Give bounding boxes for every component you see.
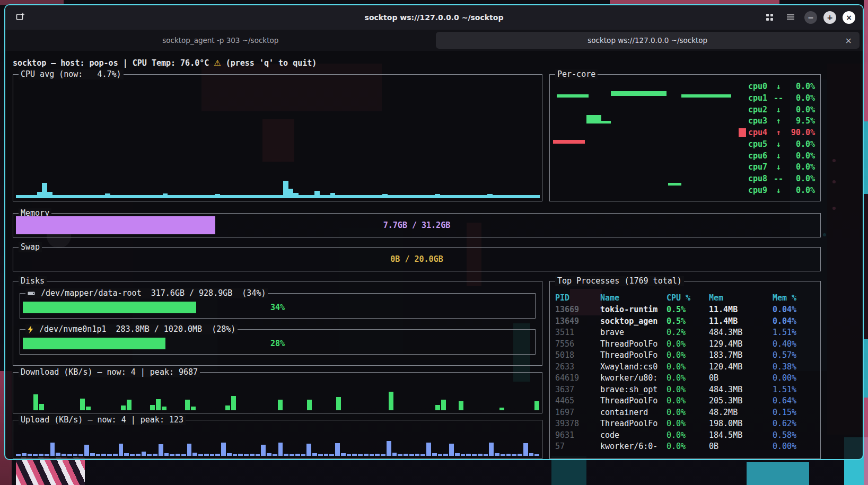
tab-socktop-active[interactable]: socktop ws://127.0.0.0 ~/socktop × — [436, 32, 860, 49]
spark-bar — [382, 194, 388, 198]
spark-bar — [512, 454, 516, 456]
core-value: 0.0% — [784, 82, 815, 91]
process-column-header[interactable]: PID — [555, 293, 600, 305]
spark-bar — [225, 405, 230, 410]
minimize-button[interactable]: − — [804, 11, 817, 24]
spark-bar — [392, 453, 397, 456]
core-usage-swatch — [739, 94, 746, 102]
new-tab-button[interactable] — [13, 11, 28, 24]
core-activity-segment — [553, 140, 585, 144]
core-activity-segment — [557, 94, 589, 98]
spark-bar — [62, 454, 66, 456]
tab-overview-button[interactable] — [762, 11, 777, 24]
process-column-header[interactable]: Name — [600, 293, 667, 305]
app-header-text: socktop — host: pop-os | CPU Temp: 76.0°… — [13, 58, 209, 68]
process-row: 3511brave0.2%484.3MB1.51% — [555, 328, 815, 339]
spark-bar — [136, 195, 142, 198]
disk-title-text: /dev/nvme0n1p1 283.8MB / 1020.0MB (28%) — [34, 324, 235, 334]
tab-bar: socktop_agent -p 303 ~/socktop socktop w… — [5, 30, 863, 51]
process-cell-mem: 184.5MB — [709, 430, 773, 442]
process-column-header[interactable]: CPU % — [667, 293, 709, 305]
disk-usage-label: 28% — [23, 339, 532, 348]
spark-bar — [372, 195, 378, 198]
spark-bar — [267, 195, 273, 198]
core-row-cpu7: cpu7↓0.0% — [739, 162, 815, 172]
menu-button[interactable] — [783, 11, 798, 24]
process-column-header[interactable]: Mem — [709, 293, 773, 305]
process-row: 13669tokio-runtim0.5%11.4MB0.04% — [555, 305, 815, 316]
spark-bar — [347, 454, 352, 456]
spark-bar — [50, 443, 55, 456]
maximize-button[interactable]: + — [823, 11, 836, 24]
spark-bar — [130, 454, 135, 456]
spark-bar — [32, 195, 37, 198]
spark-bar — [261, 445, 266, 456]
process-cell-mem: 183.7MB — [709, 350, 773, 362]
spark-bar — [508, 195, 513, 198]
spark-bar — [80, 399, 85, 411]
spark-bar — [472, 454, 477, 456]
core-row-cpu6: cpu6↓0.0% — [739, 151, 815, 161]
spark-bar — [278, 195, 283, 198]
spark-bar — [56, 453, 60, 456]
spark-bar — [387, 441, 391, 456]
spark-bar — [210, 454, 215, 456]
close-button[interactable]: × — [843, 11, 855, 24]
spark-bar — [278, 443, 283, 456]
spark-bar — [47, 192, 52, 198]
process-cell-pid: 2633 — [555, 362, 600, 374]
process-cell-memp: 0.38% — [773, 362, 815, 374]
process-cell-name: ThreadPoolFo — [600, 350, 667, 362]
spark-bar — [42, 183, 47, 198]
spark-bar — [273, 454, 277, 456]
process-cell-mem: 0B — [709, 442, 773, 453]
spark-bar — [461, 454, 466, 456]
spark-bar — [320, 195, 325, 198]
core-name: cpu5 — [748, 139, 773, 149]
process-cell-memp: 0.04% — [773, 316, 815, 328]
process-cell-cpu: 0.0% — [667, 339, 709, 351]
core-usage-swatch — [739, 163, 746, 171]
process-row: 7556ThreadPoolFo0.0%129.4MB0.40% — [555, 339, 815, 351]
spark-bar — [52, 195, 58, 198]
process-cell-mem: 11.4MB — [709, 305, 773, 316]
spark-bar — [84, 195, 89, 198]
warning-icon: ⚠ — [214, 58, 221, 68]
process-cell-name: ThreadPoolFo — [600, 419, 667, 430]
spark-bar — [459, 401, 463, 411]
spark-bar — [438, 454, 443, 456]
process-column-header[interactable]: Mem % — [773, 293, 815, 305]
core-trend-icon: -- — [773, 93, 784, 103]
process-cell-memp: 0.15% — [773, 408, 815, 419]
spark-bar — [191, 407, 196, 411]
spark-bar — [435, 194, 440, 198]
core-usage-swatch — [739, 82, 746, 91]
process-cell-cpu: 0.0% — [667, 430, 709, 442]
process-cell-name: socktop_agen — [600, 316, 667, 328]
spark-bar — [16, 454, 21, 456]
core-trend-icon: ↑ — [773, 116, 784, 126]
process-cell-cpu: 0.5% — [667, 316, 709, 328]
core-row-cpu5: cpu5↓0.0% — [739, 139, 815, 149]
tab-close-icon[interactable]: × — [845, 36, 852, 46]
core-trend-icon: ↓ — [773, 139, 784, 149]
spark-bar — [221, 443, 226, 456]
disk-usage-gauge: 28% — [23, 338, 532, 349]
spark-bar — [173, 195, 178, 198]
spark-bar — [293, 193, 299, 198]
terminal-screen[interactable]: socktop — host: pop-os | CPU Temp: 76.0°… — [5, 51, 863, 459]
spark-bar — [529, 195, 534, 198]
spark-bar — [306, 444, 311, 456]
spark-bar — [299, 195, 304, 198]
spark-bar — [159, 444, 163, 456]
tab-socktop-agent[interactable]: socktop_agent -p 303 ~/socktop — [8, 32, 433, 49]
spark-bar — [501, 454, 505, 456]
spark-bar — [318, 454, 323, 456]
spark-bar — [487, 194, 493, 198]
spark-bar — [307, 400, 312, 410]
process-cell-mem: 0B — [709, 373, 773, 385]
spark-bar — [524, 195, 529, 198]
core-row-cpu4: cpu4↑90.0% — [739, 127, 815, 138]
spark-bar — [441, 400, 446, 410]
process-cell-pid: 13669 — [555, 305, 600, 316]
